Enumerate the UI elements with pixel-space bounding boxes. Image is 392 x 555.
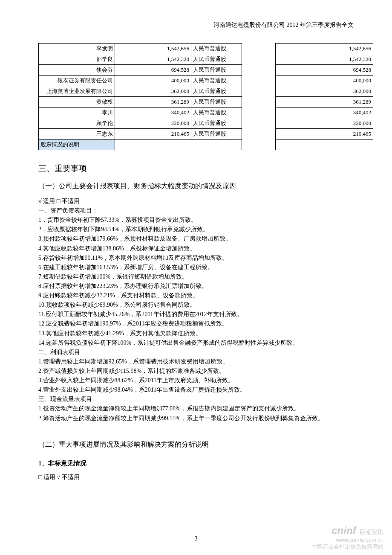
balance-item: 6.在建工程较年初增加163.53%，系新增厂房、设备在建工程所致。 — [38, 263, 354, 272]
cell-shares: 210,465 — [115, 129, 191, 139]
cell-type: 人民币普通股 — [191, 54, 242, 65]
cell-right: 220,000 — [276, 118, 373, 129]
table-row: 李发明 1,542,656 人民币普通股 1,542,656 — [39, 44, 373, 54]
cell-name: 焦会芬 — [39, 65, 115, 76]
income-item: 1.管理费用较上年同期增加92.65%，系管理费用技术研发费用增加所致。 — [38, 357, 354, 366]
table-row: 黄敬权 361,289 人民币普通股 361,289 — [39, 97, 373, 108]
table-row: 李川 340,402 人民币普通股 340,402 — [39, 108, 373, 118]
balance-heading: 一、资产负债表项目： — [38, 206, 354, 215]
cell-shares: 694,528 — [115, 65, 191, 76]
cell-right: 340,402 — [276, 108, 373, 118]
cell-shares: 361,289 — [115, 97, 191, 108]
shareholders-table: 李发明 1,542,656 人民币普通股 1,542,656 邵学良 1,542… — [38, 43, 373, 150]
cell-gap — [242, 97, 276, 108]
balance-item: 2．应收票据较年初下降94.54%，系本期收到银行承兑减少所致。 — [38, 225, 354, 234]
cell-type: 人民币普通股 — [191, 76, 242, 86]
balance-item: 10.预收款项较年初减少69.90%，系公司履行销售合同所致。 — [38, 300, 354, 310]
cell-shares: 1,542,656 — [115, 44, 191, 54]
cashflow-item: 2.筹资活动产生的现金流量净额较上年同期减少99.55%，系上年一季度公司公开发… — [38, 414, 354, 423]
cell-gap — [242, 54, 276, 65]
footer-label-cell: 股东情况的说明 — [39, 139, 115, 150]
cashflow-item: 1.投资活动产生的现金流量净额较上年同期增加77.08%，系报告期内购建固定资产… — [38, 404, 354, 413]
table-row: 顾学伦 220,000 人民币普通股 220,000 — [39, 118, 373, 129]
applicable-line-2: □ 适用 √ 不适用 — [38, 473, 354, 482]
cell-right: 400,000 — [276, 76, 373, 86]
header-rule — [38, 31, 354, 31]
cell-right: 1,542,656 — [276, 44, 373, 54]
balance-item: 5.存货较年初增加90.11%，系本期外购原材料增加及库存商品增加所致。 — [38, 253, 354, 263]
cell-gap — [242, 44, 276, 54]
cell-gap — [242, 118, 276, 129]
cell-type: 人民币普通股 — [191, 86, 242, 97]
section-3-2-title: （二）重大事项进展情况及其影响和解决方案的分析说明 — [38, 440, 354, 449]
cell-name: 黄敬权 — [39, 97, 115, 108]
table-row: 邵学良 1,542,320 人民币普通股 1,542,320 — [39, 54, 373, 65]
cell-name: 上海英博企业发展有限公司 — [39, 86, 115, 97]
applicable-line-1: √ 适用 □ 不适用 — [38, 197, 354, 206]
cell-shares: 362,000 — [115, 86, 191, 97]
balance-item: 3.预付款项较年初增加179.66%，系预付材料款及设备、厂房款增加所致。 — [38, 234, 354, 244]
watermark-tag: 巨潮资讯 — [360, 529, 383, 535]
section-3-2-sub1-title: 1、非标意见情况 — [38, 459, 354, 468]
cell-type: 人民币普通股 — [191, 108, 242, 118]
cell-gap — [242, 139, 276, 150]
cell-type: 人民币普通股 — [191, 129, 242, 139]
table-footer-row: 股东情况的说明 — [39, 139, 373, 150]
table-row: 王志东 210,465 人民币普通股 210,465 — [39, 129, 373, 139]
cell-gap — [242, 129, 276, 139]
footer-empty-right — [276, 139, 373, 150]
page-header-title: 河南通达电缆股份有限公司 2012 年第三季度报告全文 — [38, 21, 354, 29]
cell-gap — [242, 76, 276, 86]
balance-item: 1．货币资金较年初下降57.33%，系募投项目资金支出所致。 — [38, 215, 354, 225]
cell-name: 李发明 — [39, 44, 115, 54]
cell-type: 人民币普通股 — [191, 97, 242, 108]
table-row: 银泰证券有限责任公司 400,000 人民币普通股 400,000 — [39, 76, 373, 86]
cell-right: 694,528 — [276, 65, 373, 76]
balance-item: 13.其他应付款较年初减少41.29%，系支付其他欠款降低所致。 — [38, 329, 354, 338]
balance-item: 4.其他应收款较年初增加138.86%，系投标保证金增加所致。 — [38, 244, 354, 253]
section-3-title: 三、重要事项 — [38, 163, 354, 174]
table-row: 上海英博企业发展有限公司 362,000 人民币普通股 362,000 — [39, 86, 373, 97]
cell-gap — [242, 65, 276, 76]
cell-name: 邵学良 — [39, 54, 115, 65]
table-row: 焦会芬 694,528 人民币普通股 694,528 — [39, 65, 373, 76]
cell-name: 顾学伦 — [39, 118, 115, 129]
cell-type: 人民币普通股 — [191, 118, 242, 129]
footer-empty-left — [115, 139, 242, 150]
income-item: 3.营业外收入较上年同期减少88.62%，系2011年上市政府奖励、补助所致。 — [38, 376, 354, 385]
balance-item: 14.递延所得税负债较年初下降100%，系计提可供出售金融资产形成的所得税暂时性… — [38, 338, 354, 348]
cell-right: 1,542,320 — [276, 54, 373, 65]
cell-name: 李川 — [39, 108, 115, 118]
cell-shares: 220,000 — [115, 118, 191, 129]
income-item: 4.营业外支出较上年同期减少98.04%，系2011年出售设备及厂房拆迁损失所致… — [38, 385, 354, 395]
cell-shares: 1,542,320 — [115, 54, 191, 65]
cell-shares: 340,402 — [115, 108, 191, 118]
watermark-url: www.cninfo.com.cn — [311, 537, 383, 543]
cell-right: 361,289 — [276, 97, 373, 108]
cell-gap — [242, 86, 276, 97]
cell-type: 人民币普通股 — [191, 65, 242, 76]
cell-type: 人民币普通股 — [191, 44, 242, 54]
balance-item: 8.应付票据较年初增加223.23%，系办理银行承兑汇票增加所致。 — [38, 282, 354, 291]
watermark: cninf 巨潮资讯 www.cninfo.com.cn 中国证监会指定信息披露… — [311, 525, 383, 551]
balance-item: 12.应交税费较年初增加190.97%，系2011年应交税费进项税额留抵所致。 — [38, 319, 354, 328]
cell-name: 银泰证券有限责任公司 — [39, 76, 115, 86]
cashflow-heading: 三、现金流量表项目 — [38, 395, 354, 404]
section-3-1-title: （一）公司主要会计报表项目、财务指标大幅度变动的情况及原因 — [38, 182, 354, 191]
cell-name: 王志东 — [39, 129, 115, 139]
cell-shares: 400,000 — [115, 76, 191, 86]
cell-right: 210,465 — [276, 129, 373, 139]
income-item: 2.资产减值损失较上年同期减少115.98%，系计提的坏账准备减少所致。 — [38, 366, 354, 376]
watermark-note: 中国证监会指定信息披露网站 — [311, 543, 383, 551]
balance-item: 7.短期借款较年初增加100%，系银行短期借款增加所致。 — [38, 272, 354, 282]
page: 河南通达电缆股份有限公司 2012 年第三季度报告全文 李发明 1,542,65… — [0, 0, 392, 555]
cell-right: 362,000 — [276, 86, 373, 97]
balance-item: 9.应付账款较年初减少37.21%，系支付材料款、设备款所致。 — [38, 291, 354, 300]
cell-gap — [242, 108, 276, 118]
income-heading: 二、利润表项目 — [38, 348, 354, 357]
shareholders-tbody: 李发明 1,542,656 人民币普通股 1,542,656 邵学良 1,542… — [39, 44, 373, 150]
watermark-logo-icon: cninf — [331, 525, 356, 536]
balance-item: 11.应付职工薪酬较年初减少45.26%，系2011年计提的费用在2012年支付… — [38, 310, 354, 319]
